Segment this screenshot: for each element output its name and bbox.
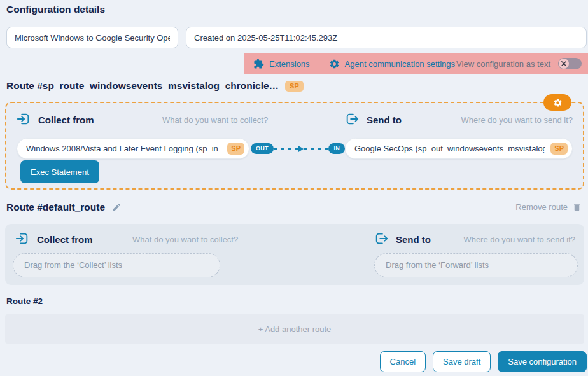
route2-collect-header: Collect from [15, 232, 93, 247]
source-chip-sp-badge: SP [227, 143, 244, 155]
destination-chip-sp-badge: SP [550, 143, 568, 155]
save-draft-button[interactable]: Save draft [433, 351, 491, 372]
view-configuration-toggle[interactable] [558, 58, 582, 69]
source-chip[interactable]: Windows 2008/Vista and Later Event Loggi… [17, 138, 249, 159]
add-another-route-button[interactable]: + Add another route [5, 314, 584, 344]
extensions-label: Extensions [269, 59, 310, 69]
cancel-button[interactable]: Cancel [380, 351, 426, 372]
route1-sp-badge: SP [285, 81, 304, 92]
bottom-actions: Cancel Save draft Save configuration [380, 351, 587, 372]
forward-drop-zone[interactable]: Drag from the ‘Forward’ lists [374, 253, 578, 277]
route2-header: Route #default_route [6, 202, 122, 213]
remove-route-button[interactable]: Remove route [515, 202, 582, 212]
view-configuration-as-text-label: View configuration as text [456, 59, 550, 69]
send-to-label: Send to [396, 234, 431, 245]
config-created-input[interactable] [186, 27, 587, 48]
route1-header: Route #sp_route_windowsevents_msvistalog… [6, 80, 304, 92]
destination-chip[interactable]: Google SecOps (sp_out_windowsevents_msvi… [345, 138, 573, 159]
send-to-label: Send to [367, 115, 402, 125]
configuration-page: Configuration details Extensions Agent c… [0, 0, 588, 376]
collect-hint: What do you want to collect? [162, 115, 268, 125]
collect-from-icon [17, 112, 31, 128]
route2-send-header: Send to [374, 232, 431, 247]
route1-title: Route #sp_route_windowsevents_msvistalog… [6, 80, 279, 92]
trash-icon [572, 202, 582, 212]
send-hint: Where do you want to send it? [463, 235, 575, 244]
route1-panel: Collect from What do you want to collect… [5, 102, 584, 190]
edit-route-pencil-icon[interactable] [111, 202, 122, 212]
gear-icon [329, 59, 340, 69]
remove-route-label: Remove route [515, 202, 568, 212]
route1-settings-button[interactable] [543, 94, 571, 111]
connector-dash-left [274, 148, 298, 150]
config-toolbar: Extensions Agent communication settings … [244, 53, 588, 74]
send-to-icon [374, 232, 388, 247]
gear-icon [553, 98, 563, 108]
connector-dash-right [304, 148, 328, 150]
save-configuration-button[interactable]: Save configuration [498, 351, 587, 372]
collect-from-icon [15, 232, 29, 247]
collect-from-label: Collect from [38, 115, 94, 125]
connector-arrow-icon [298, 146, 304, 152]
config-name-input[interactable] [6, 27, 178, 48]
route2-title: Route #default_route [6, 202, 105, 213]
send-to-icon [345, 112, 359, 128]
config-fields-row [6, 27, 587, 48]
extensions-button[interactable]: Extensions [253, 59, 310, 69]
collect-drop-zone[interactable]: Drag from the ‘Collect’ lists [13, 253, 220, 277]
toggle-x-icon [559, 59, 569, 69]
route2-panel: Collect from What do you want to collect… [5, 224, 584, 285]
route3-title: Route #2 [6, 296, 43, 306]
exec-statement-button[interactable]: Exec Statement [20, 160, 99, 183]
route1-collect-header: Collect from [17, 112, 94, 128]
source-chip-label: Windows 2008/Vista and Later Event Loggi… [26, 144, 222, 153]
route-connector: OUT IN [251, 138, 345, 159]
extensions-puzzle-icon [253, 59, 264, 69]
out-port[interactable]: OUT [251, 143, 274, 154]
agent-communication-settings-button[interactable]: Agent communication settings [329, 59, 455, 69]
collect-hint: What do you want to collect? [132, 235, 238, 244]
destination-chip-label: Google SecOps (sp_out_windowsevents_msvi… [354, 144, 545, 153]
route1-send-header: Send to [345, 112, 402, 128]
in-port[interactable]: IN [328, 143, 345, 154]
agent-communication-settings-label: Agent communication settings [345, 59, 455, 69]
collect-from-label: Collect from [37, 234, 93, 245]
add-another-route-label: + Add another route [258, 324, 332, 334]
page-title: Configuration details [6, 4, 105, 15]
send-hint: Where do you want to send it? [461, 115, 573, 125]
